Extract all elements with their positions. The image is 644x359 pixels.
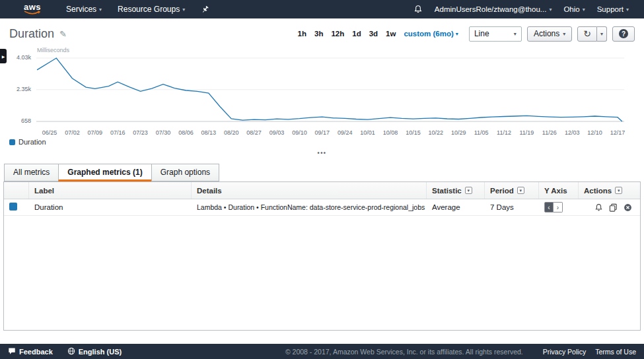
refresh-options-button[interactable]: ▾ xyxy=(597,26,607,42)
x-tick: 11/12 xyxy=(497,129,511,136)
column-statistic-label: Statistic xyxy=(432,187,462,195)
x-tick: 08/20 xyxy=(224,129,239,136)
x-tick: 12/10 xyxy=(587,129,602,136)
panel-resize-handle[interactable]: ••• xyxy=(0,148,644,158)
duplicate-copy-icon[interactable] xyxy=(609,203,618,212)
feedback-bubble-icon xyxy=(8,347,16,356)
y-tick: 2.35k xyxy=(17,86,31,92)
aws-logo-text: aws xyxy=(24,3,41,11)
x-tick: 09/17 xyxy=(315,129,330,136)
time-range-3h[interactable]: 3h xyxy=(314,30,323,38)
column-label: Label xyxy=(29,182,192,199)
nav-services[interactable]: Services▾ xyxy=(66,5,102,14)
x-tick: 10/15 xyxy=(406,129,421,136)
nav-services-label: Services xyxy=(66,5,96,14)
terms-of-use-link[interactable]: Terms of Use xyxy=(595,348,636,356)
resize-dots: ••• xyxy=(318,150,327,156)
chevron-down-icon: ▾ xyxy=(99,7,102,13)
x-tick: 09/03 xyxy=(269,129,285,136)
period-filter-icon[interactable]: ▾ xyxy=(517,187,524,194)
row-period: 7 Days xyxy=(485,203,539,211)
privacy-policy-link[interactable]: Privacy Policy xyxy=(543,348,586,356)
help-icon: ? xyxy=(619,29,628,38)
x-tick: 11/05 xyxy=(474,129,489,136)
time-range-1w[interactable]: 1w xyxy=(386,30,396,38)
language-selector[interactable]: English (US) xyxy=(67,347,122,356)
actions-label: Actions xyxy=(534,29,559,38)
table-row[interactable]: Duration Lambda • Duration • FunctionNam… xyxy=(4,199,640,216)
refresh-button[interactable]: ↻ xyxy=(577,26,597,42)
duration-line-chart xyxy=(36,53,624,127)
aws-smile-icon xyxy=(24,11,41,15)
actions-button[interactable]: Actions▾ xyxy=(527,26,572,42)
x-tick: 07/23 xyxy=(133,129,148,136)
y-axis-left-toggle[interactable]: ‹ xyxy=(544,202,554,212)
nav-support-menu[interactable]: Support▾ xyxy=(597,5,629,13)
language-label: English (US) xyxy=(79,348,122,356)
feedback-button[interactable]: Feedback xyxy=(8,347,53,356)
nav-account-menu[interactable]: AdminUsersRole/ztwang@thou...▾ xyxy=(435,5,552,13)
page-title: Duration xyxy=(9,27,54,41)
create-alarm-bell-icon[interactable] xyxy=(594,203,603,212)
tab-graphed-metrics[interactable]: Graphed metrics (1) xyxy=(58,164,151,181)
pin-icon[interactable] xyxy=(201,5,209,14)
x-tick: 08/13 xyxy=(201,129,217,136)
nav-region-menu[interactable]: Ohio▾ xyxy=(563,5,585,13)
time-range-3d[interactable]: 3d xyxy=(369,30,378,38)
aws-logo[interactable]: aws xyxy=(24,3,41,15)
x-tick: 08/06 xyxy=(178,129,194,136)
legend-swatch xyxy=(9,139,15,145)
x-tick: 12/17 xyxy=(610,129,626,136)
column-yaxis: Y Axis xyxy=(539,182,579,199)
y-axis-right-toggle[interactable]: › xyxy=(554,202,563,212)
column-details: Details xyxy=(192,182,427,199)
help-button[interactable]: ? xyxy=(612,26,635,42)
x-tick: 11/26 xyxy=(542,129,557,136)
nav-resource-groups-label: Resource Groups xyxy=(118,5,180,14)
globe-icon xyxy=(67,347,75,356)
time-range-12h[interactable]: 12h xyxy=(331,30,344,38)
chevron-down-icon: ▾ xyxy=(600,31,603,37)
time-range-1h[interactable]: 1h xyxy=(298,30,306,38)
time-range-group: 1h3h12h1d3d1w xyxy=(294,30,400,38)
y-tick: 658 xyxy=(21,117,31,124)
chart-legend[interactable]: Duration xyxy=(9,138,46,146)
tab-all-metrics[interactable]: All metrics xyxy=(4,164,59,181)
footer: Feedback English (US) © 2008 - 2017, Ama… xyxy=(0,344,644,359)
x-tick: 10/01 xyxy=(360,129,375,136)
remove-metric-icon[interactable] xyxy=(624,203,632,212)
column-period: Period▾ xyxy=(485,182,539,199)
row-details: Lambda • Duration • FunctionName: data-s… xyxy=(192,203,427,211)
x-tick: 07/02 xyxy=(65,129,80,136)
statistic-filter-icon[interactable]: ▾ xyxy=(465,187,472,194)
actions-filter-icon[interactable]: ▾ xyxy=(615,187,622,194)
time-range-1d[interactable]: 1d xyxy=(352,30,361,38)
row-checkbox[interactable] xyxy=(9,203,17,211)
support-label: Support xyxy=(597,5,624,13)
nav-resource-groups[interactable]: Resource Groups▾ xyxy=(118,5,185,14)
edit-title-icon[interactable]: ✎ xyxy=(59,29,67,39)
x-tick: 07/09 xyxy=(88,129,103,136)
tab-bar: All metrics Graphed metrics (1) Graph op… xyxy=(4,164,644,181)
chart-type-select[interactable]: Line▾ xyxy=(469,26,522,42)
column-statistic: Statistic▾ xyxy=(427,182,485,199)
expand-sidebar-handle[interactable]: ▶ xyxy=(0,49,7,63)
x-tick: 10/22 xyxy=(429,129,444,136)
x-axis-labels: 06/2507/0207/0907/1607/2307/3008/0608/13… xyxy=(0,129,644,137)
custom-range-link[interactable]: custom (6mo)▾ xyxy=(404,30,458,38)
feedback-label: Feedback xyxy=(19,348,53,356)
chart-panel: ▶ Milliseconds 4.03k2.35k658 06/2507/020… xyxy=(0,48,644,148)
column-actions-label: Actions xyxy=(584,187,612,195)
x-tick: 06/25 xyxy=(42,129,57,136)
x-tick: 11/19 xyxy=(519,129,534,136)
notifications-bell-icon[interactable] xyxy=(413,5,423,14)
x-tick: 10/29 xyxy=(451,129,466,136)
row-statistic: Average xyxy=(427,203,485,211)
chevron-down-icon: ▾ xyxy=(563,31,565,37)
x-tick: 08/27 xyxy=(246,129,262,136)
metrics-table: Label Details Statistic▾ Period▾ Y Axis … xyxy=(3,181,641,331)
chevron-down-icon: ▾ xyxy=(182,7,185,13)
chevron-down-icon: ▾ xyxy=(583,7,585,13)
refresh-button-group: ↻ ▾ xyxy=(577,26,607,42)
tab-graph-options[interactable]: Graph options xyxy=(151,164,219,181)
